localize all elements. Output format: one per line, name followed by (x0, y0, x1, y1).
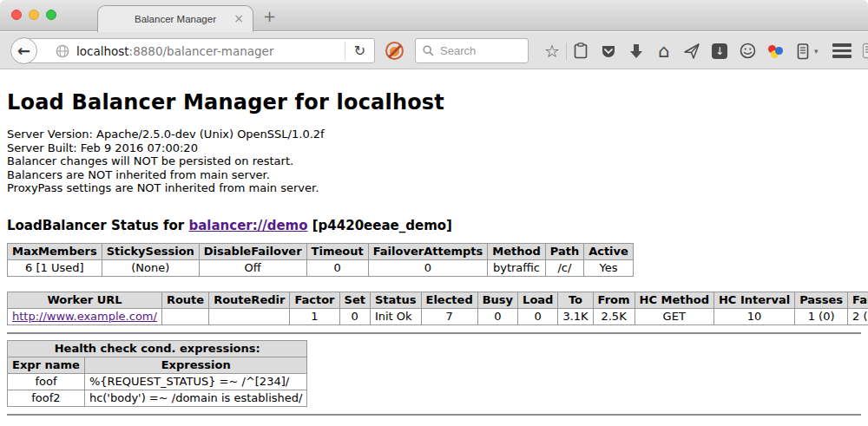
table-header-row: Health check cond. expressions: (8, 340, 307, 357)
column-header: Timeout (306, 243, 368, 259)
cell: hc('body') =~ /domain is established/ (84, 390, 307, 406)
table-header-row: MaxMembers StickySession DisableFailover… (8, 243, 634, 259)
cell (161, 308, 208, 324)
divider (7, 414, 861, 416)
clipboard-icon[interactable] (572, 42, 589, 61)
cell: 2.5K (593, 308, 635, 324)
section-heading: LoadBalancer Status for balancer://demo … (7, 218, 861, 233)
server-built-line: Server Built: Feb 9 2016 07:00:20 (7, 141, 861, 155)
cell: /c/ (545, 259, 583, 276)
page-content: Load Balancer Manager for localhost Serv… (0, 70, 868, 426)
column-header: HC Method (635, 292, 713, 308)
battery-addon-icon[interactable] (794, 42, 812, 61)
home-icon[interactable]: ⌂ (655, 42, 673, 61)
content-blocker-icon[interactable] (385, 42, 404, 60)
column-header: RouteRedir (209, 292, 290, 308)
section-heading-suffix: [p4420eeae_demo] (308, 218, 452, 233)
column-header: Expression (84, 357, 307, 373)
health-check-table: Health check cond. expressions: Expr nam… (7, 340, 307, 407)
notice-line: Balancer changes will NOT be persisted o… (7, 154, 861, 168)
cell (209, 308, 290, 324)
column-header: Load (518, 292, 558, 308)
table-row: foof2 hc('body') =~ /domain is establish… (8, 390, 307, 406)
column-header: Worker URL (8, 292, 162, 308)
column-header: Route (161, 292, 208, 308)
window-titlebar: Balancer Manager × + (0, 0, 868, 31)
toolbar-divider (566, 43, 567, 60)
pocket-icon[interactable] (600, 42, 617, 61)
cell: Init Ok (370, 308, 421, 324)
search-input[interactable] (440, 44, 518, 57)
column-header: Method (488, 243, 545, 259)
column-header: FailoverAttempts (368, 243, 488, 259)
dropdown-caret-icon[interactable]: ▾ (814, 47, 819, 56)
column-header: StickySession (102, 243, 199, 259)
close-window-icon[interactable] (11, 10, 22, 20)
cell: 10 (713, 308, 794, 324)
tab-balancer-manager[interactable]: Balancer Manager × (97, 5, 253, 32)
menu-icon[interactable] (832, 43, 852, 58)
tab-close-icon[interactable]: × (233, 11, 244, 26)
column-header: Set (339, 292, 370, 308)
cell: 0 (368, 259, 488, 276)
feedback-smiley-icon[interactable] (739, 42, 756, 61)
cell: 6 [1 Used] (8, 259, 102, 276)
new-tab-button[interactable]: + (263, 7, 276, 25)
cell: 0 (518, 308, 558, 324)
page-title: Load Balancer Manager for localhost (7, 90, 861, 115)
table-row: 6 [1 Used] (None) Off 0 0 bytraffic /c/ … (8, 259, 634, 276)
cell: 0 (306, 259, 368, 276)
cell: 7 (421, 308, 477, 324)
column-header: MaxMembers (8, 243, 102, 259)
reload-button[interactable]: ↻ (345, 42, 374, 60)
cell: (None) (102, 259, 199, 276)
column-header: HC Interval (713, 292, 794, 308)
server-info: Server Version: Apache/2.5.0-dev (Unix) … (7, 128, 861, 195)
server-version-line: Server Version: Apache/2.5.0-dev (Unix) … (7, 128, 861, 141)
notice-line: ProxyPass settings are NOT inherited fro… (7, 181, 861, 195)
column-header: To (558, 292, 593, 308)
zoom-window-icon[interactable] (46, 10, 56, 20)
search-icon (423, 45, 434, 56)
table-header-row: Worker URL Route RouteRedir Factor Set S… (8, 292, 868, 308)
column-header: DisableFailover (199, 243, 306, 259)
balancer-link[interactable]: balancer://demo (188, 218, 307, 233)
toolbar-icons: ☆ ⌂ ↓ (543, 38, 868, 63)
column-header: Expr name (8, 357, 85, 373)
column-header: Elected (421, 292, 477, 308)
cell: 1 (290, 308, 339, 324)
column-header: From (593, 292, 635, 308)
cell: 0 (477, 308, 517, 324)
cell: 3.1K (558, 308, 593, 324)
cell: Yes (584, 259, 634, 276)
column-header: Status (370, 292, 421, 308)
cell: bytraffic (488, 259, 545, 276)
downloads-icon[interactable] (628, 42, 645, 61)
cell: 0 (339, 308, 370, 324)
back-button[interactable]: ← (10, 37, 37, 64)
column-header: Passes (795, 292, 848, 308)
balancer-params-table: MaxMembers StickySession DisableFailover… (7, 243, 634, 277)
column-header: Active (584, 243, 634, 259)
cell: 1 (0) (795, 308, 848, 324)
column-header: Path (545, 243, 583, 259)
bookmark-star-icon[interactable]: ☆ (543, 42, 561, 61)
traffic-lights (11, 10, 56, 20)
reload-icon: ↻ (354, 43, 365, 59)
pages-icon[interactable] (862, 42, 868, 61)
color-dots-icon[interactable] (766, 43, 784, 60)
video-download-icon[interactable]: ↓ (711, 42, 728, 61)
table-row: http://www.example.com/ 1 0 Init Ok 7 0 … (8, 308, 868, 324)
notice-line: Balancers are NOT inherited from main se… (7, 168, 861, 182)
url-domain: localhost (76, 44, 129, 58)
send-tab-icon[interactable] (683, 42, 700, 61)
globe-icon (56, 44, 69, 58)
url-bar[interactable]: localhost:8880/balancer-manager ↻ (23, 38, 375, 63)
url-path: :8880/balancer-manager (129, 44, 274, 58)
worker-url-link[interactable]: http://www.example.com/ (12, 310, 157, 323)
table-row: foof %{REQUEST_STATUS} =~ /^[234]/ (8, 373, 307, 390)
navigation-toolbar: ← localhost:8880/balancer-manager ↻ ☆ (0, 32, 868, 69)
cell: 2 (0) (848, 308, 868, 324)
cell: %{REQUEST_STATUS} =~ /^[234]/ (84, 373, 307, 390)
minimize-window-icon[interactable] (29, 10, 39, 20)
